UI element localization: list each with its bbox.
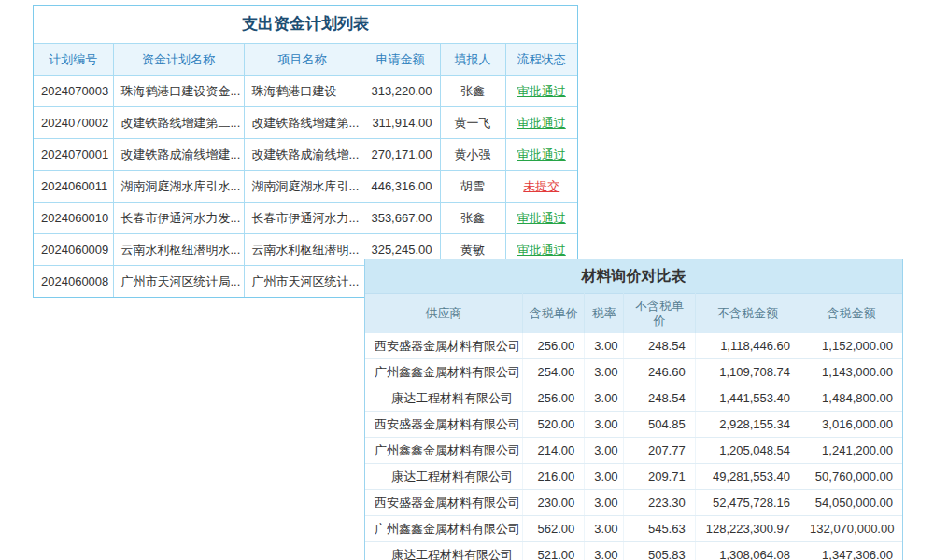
- price-without-tax-cell: 246.60: [624, 359, 695, 385]
- material-quote-table: 供应商 含税单价 税率 不含税单价 不含税金额 含税金额 西安盛器金属材料有限公…: [365, 293, 902, 560]
- amount-with-tax-cell: 132,070,000.00: [800, 516, 902, 542]
- filler-link[interactable]: 张鑫: [440, 203, 505, 234]
- amount-with-tax-cell: 3,016,000.00: [800, 412, 902, 438]
- plan-name-link[interactable]: 改建铁路线增建第二...: [113, 107, 244, 139]
- amount-without-tax-cell: 1,308,064.08: [695, 542, 800, 560]
- expenditure-plan-panel: 支出资金计划列表 计划编号 资金计划名称 项目名称 申请金额 填报人 流程状态 …: [33, 5, 578, 298]
- table-row: 康达工程材料有限公司256.003.00248.541,441,553.401,…: [365, 385, 902, 412]
- price-without-tax-cell: 223.30: [624, 490, 695, 516]
- filler-link[interactable]: 黄一飞: [440, 107, 505, 139]
- tax-rate-cell: 3.00: [585, 412, 624, 438]
- material-quote-title: 材料询价对比表: [365, 259, 902, 293]
- filler-link[interactable]: 黄小强: [440, 139, 505, 171]
- price-with-tax-cell: 562.00: [523, 516, 585, 542]
- filler-link[interactable]: 胡雪: [440, 171, 505, 203]
- price-without-tax-cell: 248.54: [624, 333, 695, 359]
- plan-id-link[interactable]: 2024060010: [34, 203, 113, 234]
- supplier-link[interactable]: 西安盛器金属材料有限公司: [365, 333, 523, 359]
- supplier-link[interactable]: 广州鑫鑫金属材料有限公司: [365, 516, 523, 542]
- plan-id-link[interactable]: 2024070001: [34, 139, 113, 171]
- supplier-link[interactable]: 康达工程材料有限公司: [365, 385, 523, 412]
- column-header-status: 流程状态: [505, 44, 577, 76]
- plan-name-link[interactable]: 云南水利枢纽潜明水...: [113, 234, 244, 266]
- project-name-link[interactable]: 改建铁路线增建第...: [244, 107, 361, 139]
- plan-name-link[interactable]: 改建铁路成渝线增建...: [113, 139, 244, 171]
- project-name-link[interactable]: 长春市伊通河水力...: [244, 203, 361, 234]
- column-header-project-name: 项目名称: [244, 44, 361, 76]
- table-row: 康达工程材料有限公司216.003.00209.7149,281,553.405…: [365, 464, 902, 490]
- amount-with-tax-cell: 50,760,000.00: [800, 464, 902, 490]
- amount-without-tax-cell: 1,109,708.74: [695, 359, 800, 385]
- price-with-tax-cell: 216.00: [523, 464, 585, 490]
- status-link[interactable]: 未提交: [505, 171, 577, 203]
- column-header-tax-rate: 税率: [585, 294, 624, 334]
- price-with-tax-cell: 214.00: [523, 438, 585, 464]
- amount-without-tax-cell: 2,928,155.34: [695, 412, 800, 438]
- supplier-link[interactable]: 西安盛器金属材料有限公司: [365, 490, 523, 516]
- supplier-link[interactable]: 广州鑫鑫金属材料有限公司: [365, 359, 523, 385]
- amount-with-tax-cell: 1,152,000.00: [800, 333, 902, 359]
- supplier-link[interactable]: 康达工程材料有限公司: [365, 542, 523, 560]
- plan-name-link[interactable]: 珠海鹤港口建设资金...: [113, 76, 244, 107]
- column-header-supplier: 供应商: [365, 294, 523, 334]
- plan-id-link[interactable]: 2024060009: [34, 234, 113, 266]
- status-link[interactable]: 审批通过: [505, 107, 577, 139]
- tax-rate-cell: 3.00: [585, 464, 624, 490]
- column-header-amount-without-tax: 不含税金额: [695, 294, 800, 334]
- tax-rate-cell: 3.00: [585, 438, 624, 464]
- tax-rate-cell: 3.00: [585, 385, 624, 412]
- plan-name-link[interactable]: 广州市天河区统计局...: [113, 266, 244, 298]
- amount-cell: 446,316.00: [361, 171, 440, 203]
- project-name-link[interactable]: 珠海鹤港口建设: [244, 76, 361, 107]
- status-link[interactable]: 审批通过: [505, 203, 577, 234]
- status-link[interactable]: 审批通过: [505, 76, 577, 107]
- table-row: 西安盛器金属材料有限公司230.003.00223.3052,475,728.1…: [365, 490, 902, 516]
- tax-rate-cell: 3.00: [585, 359, 624, 385]
- plan-name-link[interactable]: 湖南洞庭湖水库引水...: [113, 171, 244, 203]
- price-with-tax-cell: 520.00: [523, 412, 585, 438]
- amount-cell: 270,171.00: [361, 139, 440, 171]
- filler-link[interactable]: 张鑫: [440, 76, 505, 107]
- table-row: 2024070001改建铁路成渝线增建...改建铁路成渝线增...270,171…: [34, 139, 577, 171]
- plan-id-link[interactable]: 2024070003: [34, 76, 113, 107]
- price-without-tax-cell: 545.63: [624, 516, 695, 542]
- amount-with-tax-cell: 1,484,800.00: [800, 385, 902, 412]
- supplier-link[interactable]: 康达工程材料有限公司: [365, 464, 523, 490]
- project-name-link[interactable]: 广州市天河区统计...: [244, 266, 361, 298]
- plan-id-link[interactable]: 2024060011: [34, 171, 113, 203]
- amount-without-tax-cell: 128,223,300.97: [695, 516, 800, 542]
- price-with-tax-cell: 521.00: [523, 542, 585, 560]
- expenditure-plan-title: 支出资金计划列表: [34, 6, 577, 43]
- material-quote-header: 供应商 含税单价 税率 不含税单价 不含税金额 含税金额: [365, 294, 902, 334]
- project-name-link[interactable]: 改建铁路成渝线增...: [244, 139, 361, 171]
- status-link[interactable]: 审批通过: [505, 139, 577, 171]
- amount-cell: 353,667.00: [361, 203, 440, 234]
- column-header-amount-with-tax: 含税金额: [800, 294, 902, 334]
- tax-rate-cell: 3.00: [585, 490, 624, 516]
- amount-without-tax-cell: 49,281,553.40: [695, 464, 800, 490]
- amount-with-tax-cell: 1,347,306.00: [800, 542, 902, 560]
- amount-without-tax-cell: 1,205,048.54: [695, 438, 800, 464]
- table-row: 西安盛器金属材料有限公司520.003.00504.852,928,155.34…: [365, 412, 902, 438]
- supplier-link[interactable]: 广州鑫鑫金属材料有限公司: [365, 438, 523, 464]
- plan-name-link[interactable]: 长春市伊通河水力发...: [113, 203, 244, 234]
- project-name-link[interactable]: 湖南洞庭湖水库引...: [244, 171, 361, 203]
- table-row: 2024070002改建铁路线增建第二...改建铁路线增建第...311,914…: [34, 107, 577, 139]
- expenditure-plan-header: 计划编号 资金计划名称 项目名称 申请金额 填报人 流程状态: [34, 44, 577, 76]
- amount-with-tax-cell: 1,143,000.00: [800, 359, 902, 385]
- price-with-tax-cell: 256.00: [523, 385, 585, 412]
- plan-id-link[interactable]: 2024070002: [34, 107, 113, 139]
- price-with-tax-cell: 254.00: [523, 359, 585, 385]
- price-without-tax-cell: 248.54: [624, 385, 695, 412]
- plan-id-link[interactable]: 2024060008: [34, 266, 113, 298]
- supplier-link[interactable]: 西安盛器金属材料有限公司: [365, 412, 523, 438]
- amount-without-tax-cell: 52,475,728.16: [695, 490, 800, 516]
- table-row: 2024070003珠海鹤港口建设资金...珠海鹤港口建设313,220.00张…: [34, 76, 577, 107]
- amount-without-tax-cell: 1,441,553.40: [695, 385, 800, 412]
- amount-without-tax-cell: 1,118,446.60: [695, 333, 800, 359]
- table-row: 2024060010长春市伊通河水力发...长春市伊通河水力...353,667…: [34, 203, 577, 234]
- table-row: 广州鑫鑫金属材料有限公司214.003.00207.771,205,048.54…: [365, 438, 902, 464]
- tax-rate-cell: 3.00: [585, 542, 624, 560]
- project-name-link[interactable]: 云南水利枢纽潜明...: [244, 234, 361, 266]
- header-row: 计划编号 资金计划名称 项目名称 申请金额 填报人 流程状态: [34, 44, 577, 76]
